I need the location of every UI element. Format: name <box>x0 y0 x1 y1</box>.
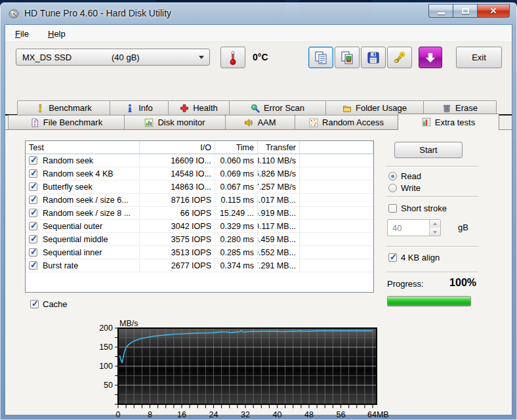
tab-error-scan[interactable]: Error Scan <box>229 100 326 115</box>
file-benchmark-icon <box>30 118 39 127</box>
checkbox-checked-icon[interactable]: ✓ <box>29 248 37 257</box>
exit-button[interactable]: Exit <box>456 47 502 68</box>
start-button[interactable]: Start <box>394 142 463 158</box>
svg-text:0: 0 <box>116 410 121 419</box>
short-stroke-label: Short stroke <box>401 203 447 213</box>
checkbox-checked-icon[interactable]: ✓ <box>29 182 37 191</box>
tab-label: Erase <box>455 103 478 113</box>
svg-text:150: 150 <box>99 343 113 352</box>
table-row[interactable]: ✓Random seek 4 KB14548 IO...0.069 ms56.8… <box>26 167 373 180</box>
temperature-value: 0°C <box>253 52 268 62</box>
thermometer-icon <box>226 50 239 66</box>
separator <box>386 246 478 247</box>
separator <box>386 272 478 273</box>
column-header-i-o[interactable]: I/O <box>140 141 215 154</box>
transfer-cell: 190.117 MB... <box>258 220 300 232</box>
checkbox-checked-icon[interactable]: ✓ <box>29 209 37 217</box>
copy-screenshot-button[interactable] <box>335 47 360 68</box>
svg-text:100: 100 <box>99 362 113 371</box>
progress-bar-fill <box>388 297 470 306</box>
checkbox-checked-icon[interactable]: ✓ <box>29 261 37 270</box>
drive-capacity: (40 gB) <box>112 52 140 62</box>
drive-selector-dropdown[interactable]: MX_DS SSD (40 gB) <box>16 49 210 66</box>
table-row[interactable]: ✓Sequential outer3042 IOPS0.329 ms190.11… <box>26 220 373 233</box>
svg-text:16: 16 <box>177 410 186 419</box>
client-area: File Help MX_DS SSD (40 gB) <box>5 25 512 415</box>
write-radio-label: Write <box>401 183 421 193</box>
blank-cell <box>300 207 373 219</box>
table-row[interactable]: ✓Burst rate2677 IOPS0.374 ms167.291 MB..… <box>26 259 373 272</box>
tab-extra-tests[interactable]: Extra tests <box>398 114 499 130</box>
4kb-align-checkbox[interactable]: ✓ 4 KB align <box>388 253 440 262</box>
benchmark-icon <box>35 104 45 113</box>
temperature-button[interactable] <box>220 47 245 68</box>
download-button[interactable] <box>419 47 442 68</box>
tab-random-access[interactable]: Random Access <box>295 115 398 129</box>
svg-text:200: 200 <box>99 324 113 333</box>
cache-checkbox[interactable]: ✓ Cache <box>30 299 68 309</box>
save-button[interactable] <box>361 47 386 68</box>
test-cell: ✓Sequential middle <box>26 233 140 245</box>
extra-tests-icon <box>422 117 431 127</box>
toolbar: MX_DS SSD (40 gB) 0°C <box>5 43 512 96</box>
svg-text:32: 32 <box>241 410 250 419</box>
test-name: Sequential middle <box>43 235 108 244</box>
tab-aam[interactable]: AAM <box>225 115 295 129</box>
close-icon: ✕ <box>490 6 497 16</box>
radio-selected-icon <box>388 172 397 180</box>
checkbox-checked-icon[interactable]: ✓ <box>29 222 37 230</box>
close-button[interactable]: ✕ <box>477 4 510 18</box>
column-header-time[interactable]: Time <box>215 141 258 154</box>
table-row[interactable]: ✓Sequential middle3575 IOPS0.280 ms223.4… <box>26 233 373 246</box>
check-icon: ✓ <box>30 194 37 204</box>
column-header-test[interactable]: Test <box>26 141 140 154</box>
table-row[interactable]: ✓Random seek16609 IO...0.060 ms8.110 MB/… <box>26 154 373 167</box>
transfer-cell: 134.017 MB... <box>258 194 300 206</box>
tab-folder-usage[interactable]: Folder Usage <box>325 100 424 115</box>
table-row[interactable]: ✓Random seek / size 6...8716 IOPS0.115 m… <box>26 194 373 207</box>
table-row[interactable]: ✓Butterfly seek14863 IO...0.067 ms7.257 … <box>26 180 373 194</box>
check-icon: ✓ <box>30 155 37 165</box>
test-name: Random seek / size 8 ... <box>43 209 131 218</box>
tab-file-benchmark[interactable]: File Benchmark <box>8 115 125 129</box>
test-name: Random seek <box>43 156 93 165</box>
tab-disk-monitor[interactable]: Disk monitor <box>124 115 226 129</box>
checkbox-checked-icon[interactable]: ✓ <box>29 156 37 165</box>
test-cell: ✓Burst rate <box>26 259 140 272</box>
read-radio[interactable]: Read <box>388 171 421 181</box>
spinner-down-button[interactable] <box>430 228 440 236</box>
tab-health[interactable]: Health <box>168 100 230 115</box>
table-row[interactable]: ✓Random seek / size 8 ...66 IOPS15.249 .… <box>26 207 373 220</box>
short-stroke-size-spinner[interactable]: 40 <box>387 219 441 236</box>
svg-text:50: 50 <box>104 381 113 390</box>
transfer-cell: 167.291 MB... <box>258 259 300 272</box>
window-title: HD Tune Pro 4.60 - Hard Disk Utility <box>24 8 171 18</box>
options-button[interactable] <box>387 47 412 68</box>
spinner-up-button[interactable] <box>430 220 440 228</box>
write-radio[interactable]: Write <box>388 183 421 193</box>
tab-benchmark[interactable]: Benchmark <box>17 100 110 115</box>
blank-cell <box>300 259 373 272</box>
blank-cell <box>300 154 373 167</box>
table-row[interactable]: ✓Sequential inner3513 IOPS0.285 ms219.55… <box>26 246 373 259</box>
checkbox-checked-icon[interactable]: ✓ <box>29 169 37 178</box>
checkbox-checked-icon[interactable]: ✓ <box>29 196 37 204</box>
tab-label: Extra tests <box>435 117 475 127</box>
column-header-transfer[interactable]: Transfer <box>258 141 300 154</box>
short-stroke-checkbox[interactable]: Short stroke <box>388 203 447 213</box>
menu-help[interactable]: Help <box>43 28 70 40</box>
maximize-button[interactable] <box>453 4 478 18</box>
transfer-cell: 223.459 MB... <box>258 233 300 245</box>
test-cell: ✓Random seek / size 8 ... <box>26 207 140 219</box>
options-icon <box>392 51 407 65</box>
tab-erase[interactable]: Erase <box>423 100 497 115</box>
test-name: Burst rate <box>43 261 78 270</box>
tab-info[interactable]: Info <box>110 100 169 115</box>
title-bar[interactable]: HD Tune Pro 4.60 - Hard Disk Utility ✕ <box>0 3 517 25</box>
time-cell: 0.069 ms <box>215 167 258 180</box>
checkbox-checked-icon[interactable]: ✓ <box>29 235 37 243</box>
copy-text-button[interactable] <box>308 47 333 68</box>
minimize-button[interactable] <box>428 4 453 18</box>
io-cell: 14548 IO... <box>140 167 215 180</box>
menu-file[interactable]: File <box>10 28 33 40</box>
